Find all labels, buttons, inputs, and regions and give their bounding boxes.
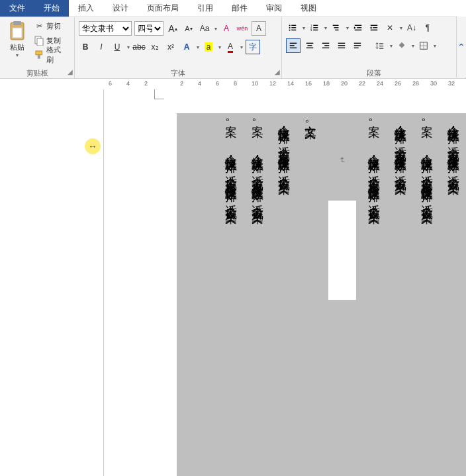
copy-icon — [34, 35, 44, 46]
text-effects-button[interactable]: A — [180, 40, 193, 54]
page-corner-mark — [154, 89, 164, 99]
vertical-text-column[interactable]: 案。 全文快速纵排，适合古风文案全文快速纵排，适合古风文案 — [249, 116, 266, 473]
ribbon-collapse-button[interactable]: ⌃ — [456, 17, 466, 77]
svg-rect-26 — [373, 27, 377, 28]
highlight-button[interactable]: a — [202, 40, 215, 54]
tab-file[interactable]: 文件 — [0, 0, 34, 17]
cut-button[interactable]: ✂ 剪切 — [31, 19, 70, 33]
ruler-tick: 18 — [323, 80, 330, 87]
line-spacing-dropdown-icon[interactable]: ▾ — [390, 43, 393, 49]
ruler-tick: 6 — [109, 80, 112, 87]
svg-rect-19 — [333, 25, 339, 26]
change-case-dropdown-icon[interactable]: ▾ — [214, 26, 217, 32]
vertical-text-column[interactable]: 案。 全文快速纵排，适合古风文案全文快速纵排，适合古风文案 — [222, 116, 240, 473]
asian-layout-button[interactable]: ✕ — [383, 21, 396, 34]
underline-dropdown-icon[interactable]: ▾ — [127, 44, 130, 50]
clear-formatting-button[interactable]: A — [220, 22, 233, 35]
workspace: ↔ 全文快速纵排，适合古风文案全文快速纵排，适合古风文案案。 全文快速纵排，适合… — [0, 89, 466, 476]
font-color-button[interactable]: A — [224, 40, 237, 54]
tab-mailings[interactable]: 邮件 — [222, 0, 257, 17]
italic-button[interactable]: I — [95, 40, 108, 54]
vertical-text-column[interactable]: 案。 全文快速纵排，适合古风文案全文快速纵排，适合古风文案 — [365, 116, 383, 473]
vertical-text-column[interactable]: 全文快速纵排，适合古风文案全文快速纵排，适合古风文案 — [445, 116, 462, 473]
superscript-button[interactable]: x² — [164, 40, 177, 54]
copy-label: 复制 — [46, 36, 61, 46]
grow-font-button[interactable]: A▴ — [166, 22, 179, 35]
numbering-button[interactable]: 123 — [308, 21, 321, 34]
clipboard-dialog-launcher-icon[interactable]: ◢ — [68, 67, 73, 77]
group-paragraph: ▾ 123▾ ▾ ✕▾ A↓ ¶ ▾ ▾ ▾ 段落◢ — [282, 17, 466, 78]
paragraph-mark-icon: ↵ — [338, 157, 347, 164]
show-marks-button[interactable]: ¶ — [421, 21, 434, 34]
shrink-font-button[interactable]: A▾ — [182, 22, 195, 35]
vertical-text-column[interactable]: 文案。 — [302, 116, 319, 473]
tab-design[interactable]: 设计 — [103, 0, 138, 17]
svg-rect-5 — [36, 51, 42, 55]
underline-button[interactable]: U — [111, 40, 124, 54]
svg-point-7 — [289, 24, 291, 26]
font-dialog-launcher-icon[interactable]: ◢ — [275, 67, 280, 77]
text-effects-dropdown-icon[interactable]: ▾ — [197, 44, 199, 50]
brush-icon — [34, 50, 44, 60]
borders-dropdown-icon[interactable]: ▾ — [434, 43, 436, 49]
bold-button[interactable]: B — [79, 40, 92, 54]
font-name-select[interactable]: 华文隶书 — [79, 21, 132, 36]
align-right-button[interactable] — [319, 39, 332, 52]
svg-rect-42 — [354, 48, 359, 48]
paste-button[interactable]: 粘贴 ▾ — [4, 19, 30, 68]
shading-dropdown-icon[interactable]: ▾ — [412, 43, 414, 49]
bullets-button[interactable] — [286, 21, 299, 34]
shading-button[interactable] — [395, 39, 408, 52]
tab-view[interactable]: 视图 — [291, 0, 326, 17]
svg-rect-21 — [335, 30, 338, 30]
svg-rect-32 — [308, 45, 312, 46]
svg-rect-37 — [338, 43, 346, 44]
format-painter-button[interactable]: 格式刷 — [31, 48, 70, 62]
tab-review[interactable]: 审阅 — [257, 0, 291, 17]
font-color-dropdown-icon[interactable]: ▾ — [240, 44, 243, 50]
vertical-text-column[interactable]: 全文快速纵排，适合古风文案全文快速纵排，适合古风文案 — [275, 116, 293, 473]
group-clipboard-label: 剪贴板 — [26, 69, 48, 77]
strikethrough-button[interactable]: abc — [132, 40, 146, 54]
borders-button[interactable] — [417, 39, 430, 52]
decrease-indent-button[interactable] — [351, 21, 365, 34]
paste-dropdown-icon[interactable]: ▾ — [16, 52, 19, 58]
align-distribute-button[interactable] — [351, 39, 364, 52]
multilevel-dropdown-icon[interactable]: ▾ — [346, 25, 349, 31]
bullets-dropdown-icon[interactable]: ▾ — [303, 25, 305, 31]
svg-rect-35 — [324, 45, 329, 46]
line-spacing-button[interactable] — [373, 39, 387, 52]
change-case-button[interactable]: Aa — [198, 22, 211, 35]
ruler-tick: 20 — [341, 80, 348, 87]
scissors-icon: ✂ — [34, 21, 44, 31]
increase-indent-button[interactable] — [367, 21, 381, 34]
highlight-dropdown-icon[interactable]: ▾ — [218, 44, 221, 50]
tab-layout[interactable]: 页面布局 — [138, 0, 188, 17]
tab-insert[interactable]: 插入 — [69, 0, 103, 17]
tab-references[interactable]: 引用 — [188, 0, 222, 17]
ruler-tick: 4 — [126, 80, 130, 87]
ruler-tick: 32 — [448, 80, 455, 87]
ruler-tick: 4 — [198, 80, 201, 87]
align-justify-button[interactable] — [335, 39, 348, 52]
enclosed-char-button[interactable]: 字 — [246, 40, 260, 54]
document-page[interactable]: 全文快速纵排，适合古风文案全文快速纵排，适合古风文案案。 全文快速纵排，适合古风… — [104, 89, 466, 476]
sort-button[interactable]: A↓ — [405, 21, 418, 34]
tab-home[interactable]: 开始 — [34, 0, 69, 17]
ruler-tick: 6 — [216, 80, 219, 87]
align-center-button[interactable] — [303, 39, 316, 52]
selected-text-block[interactable]: 全文快速纵排，适合古风文案全文快速纵排，适合古风文案案。 全文快速纵排，适合古风… — [177, 113, 466, 476]
font-size-select[interactable]: 四号 — [134, 21, 163, 36]
svg-rect-45 — [379, 48, 383, 49]
character-border-button[interactable]: A — [252, 21, 266, 36]
vertical-text-column[interactable]: 案。 全文快速纵排，适合古风文案全文快速纵排，适合古风文案 — [418, 116, 436, 473]
multilevel-list-button[interactable] — [330, 21, 343, 34]
phonetic-guide-button[interactable]: wén — [236, 22, 249, 35]
svg-rect-36 — [322, 48, 330, 48]
vertical-text-column[interactable]: 全文快速纵排，适合古风文案全文快速纵排，适合古风文案 — [392, 116, 409, 473]
subscript-button[interactable]: x₂ — [148, 40, 162, 54]
align-left-button[interactable] — [286, 38, 301, 53]
asian-layout-dropdown-icon[interactable]: ▾ — [400, 25, 402, 31]
svg-rect-10 — [291, 27, 296, 28]
numbering-dropdown-icon[interactable]: ▾ — [324, 25, 327, 31]
